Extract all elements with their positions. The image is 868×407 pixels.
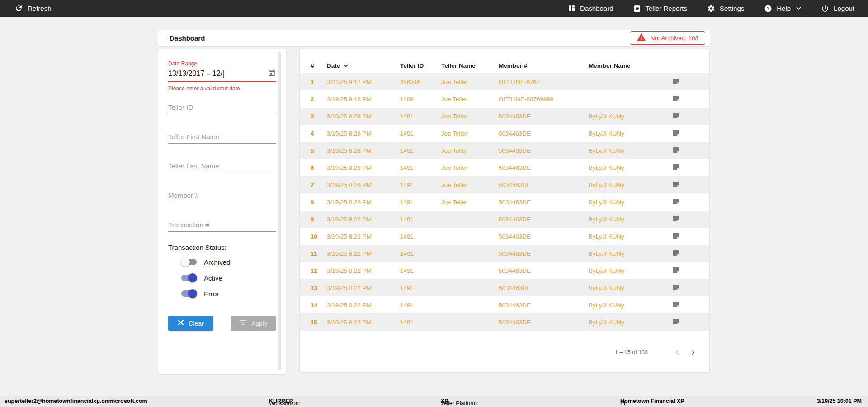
- date-range-value[interactable]: 13/13/2017 – 12/: [168, 70, 222, 78]
- date-cell: 3/19/25 8:28 PM: [327, 199, 400, 206]
- date-cell: 3/19/25 8:22 PM: [327, 319, 400, 326]
- table-row[interactable]: 7 3/19/25 8:28 PM 1491 Joe Teller 503446…: [300, 176, 709, 193]
- error-switch[interactable]: [181, 289, 197, 298]
- member-num-cell: 5034463DE: [499, 302, 589, 309]
- toggle-error[interactable]: Error: [181, 289, 276, 299]
- teller-platform-info: Teller Platform: XP: [441, 398, 448, 404]
- teller-id-input[interactable]: [168, 101, 276, 114]
- teller-name-cell: Joe Teller: [441, 96, 499, 103]
- member-num-cell: 5034463DE: [499, 164, 589, 171]
- table-body: 1 3/21/25 9:17 PM 456346 Joe Teller OFFL…: [300, 73, 709, 331]
- text-caret: [223, 70, 224, 78]
- active-switch[interactable]: [181, 273, 197, 282]
- calendar-icon[interactable]: [268, 69, 276, 79]
- table-row[interactable]: 5 3/19/25 8:28 PM 1491 Joe Teller 503446…: [300, 142, 709, 159]
- table-row[interactable]: 6 3/19/25 8:28 PM 1491 Joe Teller 503446…: [300, 159, 709, 176]
- member-name-cell: ByLyJI KUNy: [589, 285, 672, 291]
- teller-id-cell: 456346: [400, 79, 441, 85]
- clear-button[interactable]: Clear: [168, 316, 213, 331]
- note-icon[interactable]: [672, 198, 679, 206]
- nav-logout[interactable]: Logout: [821, 5, 854, 13]
- note-icon[interactable]: [672, 181, 679, 189]
- member-num-cell: 5034463DE: [499, 216, 589, 223]
- note-icon[interactable]: [672, 232, 679, 241]
- sort-desc-icon: [343, 62, 349, 69]
- table-row[interactable]: 4 3/19/25 8:28 PM 1491 Joe Teller 503446…: [300, 125, 709, 142]
- dashboard-icon: [568, 5, 576, 12]
- table-row[interactable]: 15 3/19/25 8:22 PM 1491 5034463DE ByLyJI…: [300, 313, 709, 331]
- note-icon[interactable]: [672, 318, 679, 327]
- row-number-cell: 11: [308, 250, 327, 257]
- nav-settings[interactable]: Settings: [707, 5, 744, 13]
- date-cell: 3/19/25 8:28 PM: [327, 147, 400, 154]
- refresh-label: Refresh: [28, 5, 52, 12]
- refresh-icon: [14, 4, 23, 13]
- member-name-cell: ByLyJI KUNy: [589, 267, 672, 274]
- table-row[interactable]: 1 3/21/25 9:17 PM 456346 Joe Teller OFFL…: [300, 73, 709, 90]
- note-icon[interactable]: [672, 95, 679, 103]
- teller-id-cell: 1491: [400, 319, 441, 326]
- member-num-cell: 5034463DE: [499, 113, 589, 120]
- note-icon[interactable]: [672, 301, 679, 309]
- note-icon[interactable]: [672, 112, 679, 121]
- table-row[interactable]: 11 3/19/25 8:22 PM 1491 5034463DE ByLyJI…: [300, 245, 709, 262]
- date-range-field[interactable]: Date Range 13/13/2017 – 12/ Please enter…: [168, 61, 276, 92]
- teller-id-cell: 1491: [400, 199, 441, 206]
- date-range-label: Date Range: [168, 61, 276, 67]
- table-row[interactable]: 3 3/19/25 8:28 PM 1491 Joe Teller 503446…: [300, 108, 709, 125]
- note-icon[interactable]: [672, 249, 679, 258]
- prev-page-button[interactable]: [670, 345, 685, 360]
- member-number-input[interactable]: [168, 189, 276, 202]
- table-row[interactable]: 14 3/19/25 8:22 PM 1491 5034463DE ByLyJI…: [300, 296, 709, 313]
- svg-text:?: ?: [767, 6, 769, 11]
- row-number-cell: 5: [308, 147, 327, 154]
- table-row[interactable]: 10 3/19/25 8:22 PM 1491 5034463DE ByLyJI…: [300, 228, 709, 245]
- nav-teller-reports[interactable]: Teller Reports: [633, 5, 688, 12]
- nav-dashboard[interactable]: Dashboard: [568, 5, 613, 12]
- date-cell: 3/19/25 8:28 PM: [327, 130, 400, 137]
- note-icon[interactable]: [672, 146, 679, 155]
- teller-last-name-input[interactable]: [168, 159, 276, 173]
- teller-id-cell: 1491: [400, 302, 441, 309]
- member-num-cell: 5034463DE: [499, 250, 589, 257]
- note-icon[interactable]: [672, 284, 679, 292]
- date-cell: 3/19/25 8:22 PM: [327, 285, 400, 291]
- not-archived-label: Not Archived: 103: [650, 35, 698, 42]
- note-icon[interactable]: [672, 215, 679, 224]
- clear-label: Clear: [189, 320, 203, 327]
- power-icon: [821, 5, 829, 13]
- teller-id-cell: 1491: [400, 147, 441, 154]
- transaction-status-label: Transaction Status:: [168, 243, 276, 251]
- clear-x-icon: [178, 319, 184, 327]
- row-number-cell: 6: [308, 164, 327, 171]
- member-num-cell: 5034463DE: [499, 285, 589, 291]
- toggle-archived[interactable]: Archived: [181, 257, 276, 267]
- table-row[interactable]: 13 3/19/25 8:22 PM 1491 5034463DE ByLyJI…: [300, 279, 709, 296]
- teller-first-name-input[interactable]: [168, 130, 276, 144]
- refresh-button[interactable]: Refresh: [14, 4, 52, 13]
- apply-button[interactable]: Apply: [231, 316, 276, 331]
- table-row[interactable]: 12 3/19/25 8:22 PM 1491 5034463DE ByLyJI…: [300, 262, 709, 279]
- nav-help[interactable]: ? Help: [764, 5, 801, 13]
- member-name-cell: ByLyJI KUNy: [589, 199, 672, 206]
- table-row[interactable]: 2 3/19/25 9:18 PM 1489 Joe Teller OFFLIN…: [300, 90, 709, 108]
- row-number-cell: 1: [308, 79, 327, 85]
- note-icon[interactable]: [672, 129, 679, 138]
- table-header-row: # Date Teller ID Teller Name Member # Me…: [300, 58, 709, 73]
- table-row[interactable]: 9 3/19/25 8:22 PM 1491 5034463DE ByLyJI …: [300, 211, 709, 228]
- table-row[interactable]: 8 3/19/25 8:28 PM 1491 Joe Teller 503446…: [300, 193, 709, 211]
- note-icon[interactable]: [672, 164, 679, 172]
- top-nav-bar: Refresh Dashboard Teller Reports Setting…: [0, 0, 868, 17]
- not-archived-badge[interactable]: Not Archived: 103: [630, 31, 705, 45]
- next-page-button[interactable]: [685, 345, 700, 360]
- teller-id-cell: 1491: [400, 164, 441, 171]
- transaction-number-input[interactable]: [168, 218, 276, 232]
- toggle-active[interactable]: Active: [181, 273, 276, 283]
- member-num-cell: OFFLINE-88769999: [499, 96, 589, 103]
- note-icon[interactable]: [672, 78, 679, 86]
- note-icon[interactable]: [672, 267, 679, 275]
- date-cell: 3/19/25 8:22 PM: [327, 250, 400, 257]
- col-header-date[interactable]: Date: [327, 62, 400, 69]
- filter-scrollbar[interactable]: [278, 51, 281, 370]
- archived-switch[interactable]: [181, 257, 197, 267]
